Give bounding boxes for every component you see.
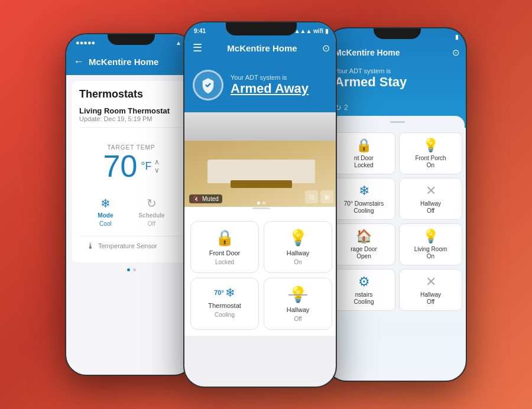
mode-value: Cool — [99, 220, 112, 227]
mute-overlay: 🔇 Muted — [189, 194, 222, 203]
page-dots — [66, 262, 195, 277]
widget-hallway-on-sub: On — [294, 259, 301, 265]
schedule-value: Off — [148, 220, 155, 227]
right-armed-subtitle: Your ADT system is — [335, 67, 460, 74]
schedule-label: Schedule — [138, 212, 164, 219]
right-widget-thermo[interactable]: ❄ 70° DownstairsCooling — [332, 178, 395, 220]
right-widget-garage[interactable]: 🏠 rage DoorOpen — [332, 223, 395, 265]
right-widget-front-door[interactable]: 🔒 nt DoorLocked — [332, 132, 395, 174]
back-button[interactable]: ← — [73, 56, 84, 68]
right-bulb-off-icon: ✕ — [426, 183, 436, 199]
widget-thermostat-label: Thermostat — [208, 302, 241, 309]
widget-thermostat[interactable]: 70° ❄ Thermostat Cooling — [190, 278, 259, 330]
right-thermo-icon: ❄ — [359, 183, 369, 199]
widget-front-door-sub: Locked — [215, 259, 234, 265]
thermostats-title: Thermostats — [79, 88, 183, 100]
cam-dot-2 — [262, 202, 265, 204]
thermostat-item[interactable]: Living Room Thermostat Update: Dec 19, 5… — [79, 106, 183, 128]
schedule-icon: ↻ — [147, 196, 157, 210]
battery-icon-center: ▮ — [325, 28, 329, 34]
right-hallway2-label: HallwayOff — [420, 291, 441, 306]
temp-arrows[interactable]: ∧ ∨ — [154, 158, 160, 174]
right-front-porch-label: Front PorchOn — [415, 155, 446, 169]
widget-thermostat-sub: Cooling — [215, 311, 235, 318]
right-handle — [330, 116, 465, 128]
bulb-off-icon: 💡 — [288, 285, 307, 304]
status-dots: ●●●●● — [76, 39, 95, 46]
right-history-button[interactable]: ⊙ — [452, 47, 460, 58]
widget-hallway-off[interactable]: 💡 Hallway Off — [264, 278, 332, 330]
armed-banner-center: Your ADT system is Armed Away — [184, 61, 337, 112]
right-title: McKentire Home — [335, 48, 400, 57]
thermostats-panel: Thermostats Living Room Thermostat Updat… — [72, 81, 190, 262]
camera-feed[interactable]: 🔇 Muted ⊡ ⊠ — [184, 112, 337, 207]
right-armed-banner: Your ADT system is Armed Stay — [326, 63, 467, 99]
center-title: McKentire Home — [227, 43, 297, 53]
left-header-title: McKentire Home — [89, 57, 158, 67]
camera-controls[interactable]: ⊡ ⊠ — [305, 190, 333, 203]
notch-center — [226, 22, 297, 35]
lock-icon: 🔒 — [215, 229, 234, 247]
menu-button[interactable]: ☰ — [193, 41, 202, 54]
shield-circle — [193, 70, 223, 100]
muted-label: Muted — [202, 196, 219, 202]
widget-hallway-off-label: Hallway — [287, 306, 310, 313]
right-widget-front-porch[interactable]: 💡 Front PorchOn — [399, 132, 462, 174]
cam-expand[interactable]: ⊡ — [305, 190, 318, 203]
cam-fullscreen[interactable]: ⊠ — [320, 190, 333, 203]
right-widget-hallway-off[interactable]: ✕ HallwayOff — [399, 178, 462, 220]
mode-icon: ❄ — [100, 196, 111, 210]
mute-icon: 🔇 — [193, 196, 200, 202]
widget-front-door[interactable]: 🔒 Front Door Locked — [190, 221, 259, 273]
right-refresh-row: ↻ 2 — [326, 99, 467, 116]
thermostat-name: Living Room Thermostat — [79, 106, 183, 115]
right-living-bulb-icon: 💡 — [423, 229, 439, 244]
right-lock-icon: 🔒 — [356, 138, 372, 153]
temp-display: 70 °F ∧ ∨ — [79, 151, 183, 181]
thermo-icon: ❄ — [225, 285, 235, 300]
signal-icon: ▲▲▲ — [294, 28, 312, 34]
mode-label: Mode — [98, 212, 113, 219]
armed-subtitle-center: Your ADT system is — [231, 74, 309, 81]
right-front-door-label: nt DoorLocked — [354, 155, 374, 169]
armed-text-center: Your ADT system is Armed Away — [231, 74, 309, 96]
wifi-icon: ▲ — [176, 40, 181, 46]
notch-right — [374, 28, 421, 39]
right-living-label: Living RoomOn — [414, 246, 447, 260]
cam-dot-1 — [257, 202, 260, 204]
temp-sensor-label: Temperature Sensor — [98, 242, 157, 249]
camera-dots — [257, 202, 265, 204]
dot-1 — [127, 268, 130, 271]
temp-up[interactable]: ∧ — [154, 158, 160, 166]
handle-bar — [252, 207, 270, 209]
right-downstairs-label: nstairsCooling — [354, 291, 374, 306]
refresh-count: 2 — [344, 103, 348, 112]
right-header: McKentire Home ⊙ — [326, 45, 467, 63]
right-widget-living-room[interactable]: 💡 Living RoomOn — [399, 223, 462, 265]
right-widget-hallway2[interactable]: ✕ HallwayOff — [399, 269, 462, 311]
widget-front-door-label: Front Door — [209, 249, 241, 257]
widget-hallway-on-label: Hallway — [287, 249, 310, 257]
right-garage-icon: 🏠 — [356, 229, 372, 244]
left-header: ← McKentire Home — [66, 51, 195, 75]
widget-hallway-on[interactable]: 💡 Hallway On — [264, 221, 332, 273]
center-time: 9:41 — [194, 28, 206, 34]
right-hallway-off-label: HallwayOff — [420, 200, 441, 215]
dot-2 — [133, 268, 136, 271]
right-garage-label: rage DoorOpen — [351, 246, 377, 260]
wifi-icon-center: wifi — [313, 28, 323, 34]
right-thermo-label: 70° DownstairsCooling — [344, 200, 384, 215]
widgets-grid-center: 🔒 Front Door Locked 💡 Hallway On 70° ❄ T… — [184, 215, 337, 336]
mode-control[interactable]: ❄ Mode Cool — [98, 196, 113, 227]
right-battery: ▮ — [455, 34, 459, 40]
temp-unit: °F — [141, 160, 151, 173]
widget-hallway-off-sub: Off — [294, 316, 301, 322]
temp-down[interactable]: ∨ — [154, 166, 160, 174]
phone-left: ●●●●● ▲ ▮ ← McKentire Home Thermostats L… — [65, 33, 195, 376]
temp-value: 70 — [103, 151, 137, 181]
history-button[interactable]: ⊙ — [322, 43, 330, 54]
phones-container: ●●●●● ▲ ▮ ← McKentire Home Thermostats L… — [65, 21, 467, 388]
right-widget-downstairs[interactable]: ⚙ nstairsCooling — [332, 269, 395, 311]
schedule-control[interactable]: ↻ Schedule Off — [138, 196, 164, 227]
notch-left — [108, 34, 155, 45]
